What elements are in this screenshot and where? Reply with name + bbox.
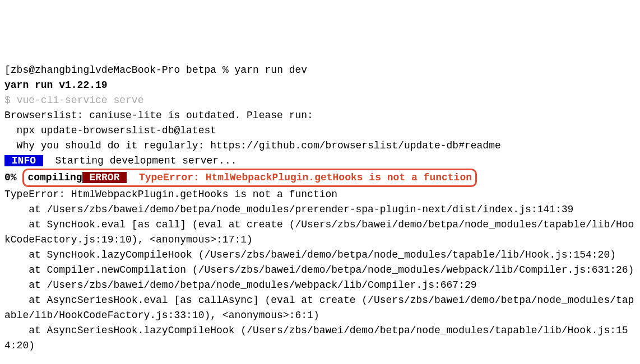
- error-message: TypeError: HtmlWebpackPlugin.getHooks is…: [133, 172, 472, 183]
- stack-trace-line: at SyncHook.eval [as call] (eval at crea…: [4, 219, 634, 245]
- readme-link-line: Why you should do it regularly: https://…: [4, 140, 501, 151]
- browserslist-warning: Browserslist: caniuse-lite is outdated. …: [4, 110, 313, 121]
- sub-command: vue-cli-service serve: [17, 95, 144, 106]
- sub-prompt-dollar: $: [4, 95, 11, 106]
- error-badge: ERROR: [82, 172, 127, 183]
- prompt-dir: betpa: [186, 64, 216, 76]
- prompt-user-host: zbs@zhangbinglvdeMacBook-Pro: [11, 64, 180, 76]
- stack-trace-line: at AsyncSeriesHook.eval [as callAsync] (…: [4, 295, 634, 321]
- prompt-open-bracket: [: [4, 64, 11, 76]
- info-badge: INFO: [4, 155, 43, 166]
- terminal-output[interactable]: [zbs@zhangbinglvdeMacBook-Pro betpa % ya…: [4, 63, 636, 353]
- stack-trace-line: at /Users/zbs/bawei/demo/betpa/node_modu…: [4, 279, 477, 291]
- yarn-version: yarn run v1.22.19: [4, 80, 108, 91]
- stack-trace-line: at Compiler.newCompilation (/Users/zbs/b…: [4, 264, 634, 276]
- prompt-symbol: %: [222, 64, 229, 76]
- npx-suggestion: npx update-browserslist-db@latest: [4, 125, 216, 136]
- stack-trace-line: at SyncHook.lazyCompileHook (/Users/zbs/…: [4, 249, 616, 260]
- command-text: yarn run dev: [235, 64, 308, 76]
- stack-trace-line: at AsyncSeriesHook.lazyCompileHook (/Use…: [4, 325, 628, 351]
- info-message: Starting development server...: [43, 155, 237, 166]
- stack-trace-line: at /Users/zbs/bawei/demo/betpa/node_modu…: [4, 204, 573, 215]
- stack-trace-head: TypeError: HtmlWebpackPlugin.getHooks is…: [4, 189, 337, 200]
- compile-state: compiling: [27, 172, 82, 183]
- error-highlight-box: compiling ERROR TypeError: HtmlWebpackPl…: [22, 169, 477, 187]
- compile-progress: 0%: [4, 172, 17, 183]
